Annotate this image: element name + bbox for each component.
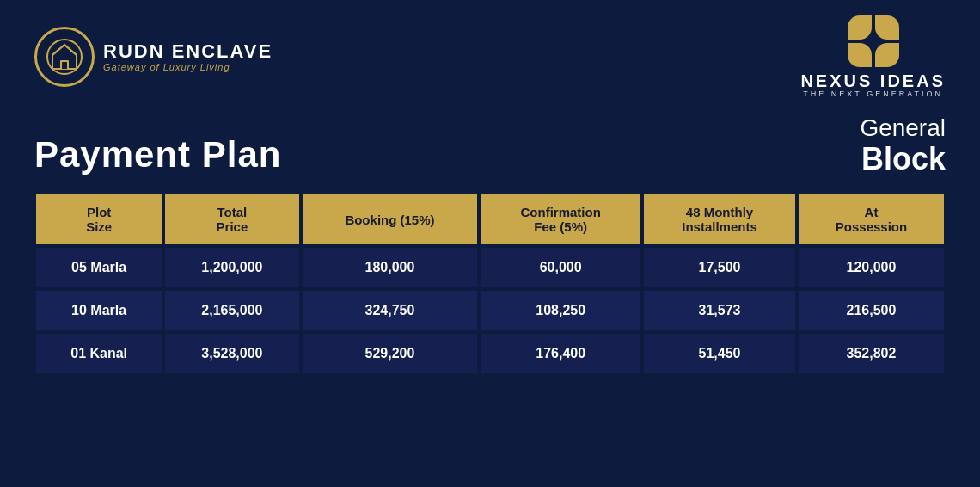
logo-left: RUDN ENCLAVE Gateway of Luxury Living: [34, 27, 273, 87]
nexus-subtitle: THE NEXT GENERATION: [803, 89, 943, 98]
cell-total-price: 3,528,000: [163, 332, 300, 375]
logo-icon: [34, 27, 95, 87]
payment-table: PlotSize TotalPrice Booking (15%) Confir…: [34, 193, 946, 375]
svg-rect-3: [62, 62, 67, 69]
cell-confirmation: 176,400: [479, 332, 642, 375]
col-possession: AtPossession: [797, 193, 946, 246]
table-row: 05 Marla 1,200,000 180,000 60,000 17,500…: [34, 246, 946, 289]
logo-right: NEXUS IDEAS THE NEXT GENERATION: [800, 15, 946, 98]
block-label: General Block: [860, 115, 946, 176]
nexus-title: NEXUS IDEAS: [800, 72, 946, 89]
logo-text: RUDN ENCLAVE Gateway of Luxury Living: [103, 41, 273, 72]
col-monthly: 48 MonthlyInstallments: [642, 193, 797, 246]
col-confirmation: ConfirmationFee (5%): [479, 193, 642, 246]
cell-plot-size: 01 Kanal: [34, 332, 163, 375]
cell-booking: 529,200: [301, 332, 480, 375]
cell-possession: 216,500: [797, 289, 946, 332]
table-row: 10 Marla 2,165,000 324,750 108,250 31,57…: [34, 289, 946, 332]
main-content: Payment Plan General Block PlotSize Tota…: [0, 107, 980, 392]
cell-booking: 180,000: [301, 246, 480, 289]
general-label: General: [860, 114, 946, 141]
cell-plot-size: 05 Marla: [34, 246, 163, 289]
col-plot-size: PlotSize: [34, 193, 163, 246]
cell-booking: 324,750: [301, 289, 480, 332]
nexus-petal-2: [875, 15, 899, 40]
header: RUDN ENCLAVE Gateway of Luxury Living NE…: [0, 0, 980, 107]
payment-plan-title: Payment Plan: [34, 134, 281, 176]
cell-monthly: 31,573: [642, 289, 797, 332]
cell-total-price: 2,165,000: [163, 289, 300, 332]
cell-confirmation: 60,000: [479, 246, 642, 289]
cell-confirmation: 108,250: [479, 289, 642, 332]
col-booking: Booking (15%): [301, 193, 480, 246]
nexus-petal-1: [848, 15, 872, 40]
logo-subtitle: Gateway of Luxury Living: [103, 62, 273, 72]
table-header-row: PlotSize TotalPrice Booking (15%) Confir…: [34, 193, 946, 246]
nexus-icon: [848, 15, 899, 67]
cell-total-price: 1,200,000: [163, 246, 300, 289]
nexus-petal-3: [848, 43, 872, 67]
logo-title: RUDN ENCLAVE: [103, 41, 273, 62]
title-section: Payment Plan General Block: [34, 115, 946, 176]
table-row: 01 Kanal 3,528,000 529,200 176,400 51,45…: [34, 332, 946, 375]
nexus-petal-4: [875, 43, 899, 67]
cell-monthly: 51,450: [642, 332, 797, 375]
cell-possession: 120,000: [797, 246, 946, 289]
cell-plot-size: 10 Marla: [34, 289, 163, 332]
col-total-price: TotalPrice: [163, 193, 300, 246]
cell-monthly: 17,500: [642, 246, 797, 289]
block-value: Block: [860, 142, 946, 176]
cell-possession: 352,802: [797, 332, 946, 375]
